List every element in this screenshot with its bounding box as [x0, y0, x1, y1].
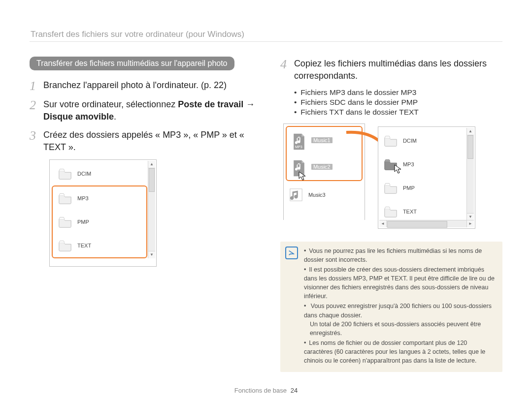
folder-row-dcim: DCIM: [378, 129, 475, 153]
step-text: Branchez l'appareil photo à l'ordinateur…: [43, 79, 263, 92]
folder-icon: [58, 166, 72, 181]
cursor-icon: [299, 171, 306, 181]
copy-diagram: MP3 Music1 Music2: [283, 123, 502, 231]
scroll-down-icon[interactable]: ▼: [148, 251, 155, 258]
file-label-selected: Music1: [311, 137, 332, 143]
scrollbar-horizontal[interactable]: ◄ ►: [379, 220, 474, 227]
bold-text: Poste de travail: [178, 99, 243, 109]
step-2: 2 Sur votre ordinateur, sélectionnez Pos…: [30, 98, 263, 123]
cursor-icon: [394, 164, 402, 174]
music-file-icon: [289, 187, 303, 202]
note-item: Les noms de fichier ou de dossier compor…: [304, 339, 495, 365]
folder-icon: [58, 238, 72, 253]
note-icon: [285, 247, 298, 259]
step-number: 3: [30, 129, 43, 142]
folder-label: MP3: [77, 195, 89, 201]
bullet-txt: Fichiers TXT dans le dossier TEXT: [294, 108, 502, 117]
scroll-thumb[interactable]: [387, 221, 447, 228]
scroll-up-icon[interactable]: ▲: [148, 161, 155, 168]
note-box: Vous ne pourrez pas lire les fichiers mu…: [280, 242, 502, 372]
explorer-window-source: MP3 Music1 Music2: [283, 123, 365, 220]
explorer-window-left: ▲ ▼ DCIM MP3: [49, 159, 157, 267]
folder-row-mp3: MP3: [53, 186, 146, 210]
bullet-mp3: Fichiers MP3 dans le dossier MP3: [294, 88, 502, 97]
folder-label: PMP: [77, 219, 89, 225]
scrollbar-vertical[interactable]: ▲ ▼: [148, 161, 155, 258]
text: Vous pouvez enregistrer jusqu'à 200 fich…: [304, 303, 492, 318]
highlight-selected-files: MP3 Music1 Music2: [286, 126, 363, 181]
breadcrumb: Transfert des fichiers sur votre ordinat…: [30, 30, 502, 42]
svg-text:MP3: MP3: [295, 144, 302, 149]
scroll-thumb[interactable]: [149, 168, 155, 192]
note-item: Vous ne pourrez pas lire les fichiers mu…: [304, 247, 495, 264]
folder-row-pmp: PMP: [53, 210, 146, 234]
scroll-down-icon[interactable]: ▼: [467, 213, 474, 220]
scroll-right-icon[interactable]: ►: [466, 220, 474, 227]
folder-icon: [383, 204, 398, 219]
folder-icon: [383, 133, 398, 148]
folder-label: DCIM: [77, 171, 91, 177]
scroll-up-icon[interactable]: ▲: [467, 128, 474, 135]
folder-row-mp3-drop: MP3: [378, 153, 475, 176]
note-item: Vous pouvez enregistrer jusqu'à 200 fich…: [304, 302, 495, 338]
bold-text: Disque amovible: [43, 112, 114, 122]
folder-icon: [58, 191, 72, 206]
step-4-sub-bullets: Fichiers MP3 dans le dossier MP3 Fichier…: [294, 88, 502, 117]
section-pill: Transférer des fichiers multimédias sur …: [30, 57, 234, 70]
folder-label: DCIM: [403, 138, 417, 144]
mp3-file-icon: MP3: [292, 133, 306, 148]
step-1: 1 Branchez l'appareil photo à l'ordinate…: [30, 79, 263, 93]
note-item: Il est possible de créer des sous-dossie…: [304, 265, 495, 301]
footer-section: Fonctions de base: [234, 387, 287, 394]
bullet-sdc: Fichiers SDC dans le dossier PMP: [294, 98, 502, 107]
text: Un total de 200 fichiers et sous-dossier…: [310, 320, 495, 338]
text: Sur votre ordinateur, sélectionnez: [43, 99, 178, 109]
folder-label: TEXT: [77, 243, 91, 248]
step-number: 1: [30, 79, 43, 93]
folder-label: PMP: [403, 185, 415, 191]
folder-icon: [58, 215, 72, 229]
page-number: 24: [291, 387, 298, 394]
file-label-selected: Music2: [311, 164, 332, 170]
step-text: Copiez les fichiers multimédias dans les…: [294, 58, 502, 82]
step-4: 4 Copiez les fichiers multimédias dans l…: [280, 58, 502, 82]
file-row-music1: MP3 Music1: [287, 127, 362, 154]
folder-label: TEXT: [403, 209, 417, 215]
file-row-music3: Music3: [284, 183, 365, 207]
step-number: 2: [30, 98, 43, 112]
scroll-left-icon[interactable]: ◄: [379, 220, 387, 227]
step-text: Sur votre ordinateur, sélectionnez Poste…: [43, 98, 263, 123]
highlight-new-folders: MP3 PMP TEXT: [52, 185, 147, 258]
page-footer: Fonctions de base 24: [0, 387, 532, 394]
file-label: Music3: [308, 192, 326, 198]
step-number: 4: [280, 58, 294, 71]
step-text: Créez des dossiers appelés « MP3 », « PM…: [43, 129, 263, 154]
file-row-music2: Music2: [287, 154, 362, 180]
folder-icon: [383, 181, 398, 195]
folder-row-pmp: PMP: [378, 176, 475, 200]
arrow: →: [243, 99, 255, 109]
folder-label: MP3: [403, 161, 414, 167]
folder-row-dcim: DCIM: [53, 162, 147, 185]
explorer-window-destination: ▲ ▼ ◄ ► DCIM: [378, 126, 475, 229]
text: .: [114, 112, 116, 122]
folder-row-text: TEXT: [53, 234, 146, 257]
step-3: 3 Créez des dossiers appelés « MP3 », « …: [30, 129, 263, 154]
